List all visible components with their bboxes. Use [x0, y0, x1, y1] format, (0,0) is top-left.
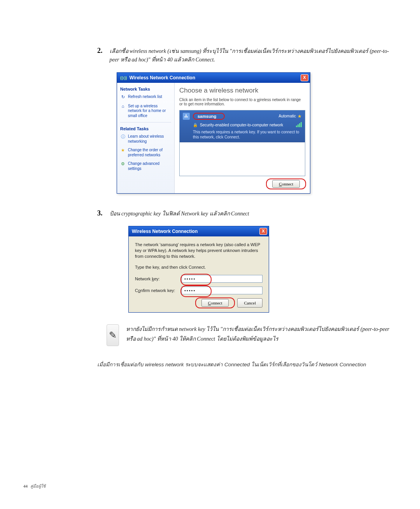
favorite-star-icon: ★ — [298, 114, 302, 119]
lock-icon: 🔒 — [193, 123, 198, 127]
note-text: หากยังไม่มีการกำหนด network key ไว้ใน "ก… — [126, 324, 397, 346]
divider — [120, 122, 171, 122]
connect-label: onnect — [282, 182, 293, 186]
note-block: ✎ หากยังไม่มีการกำหนด network key ไว้ใน … — [107, 324, 397, 346]
key-description: The network 'samsung' requires a network… — [135, 242, 262, 259]
step-2-text: เลือกชื่อ wireless network (เช่น samsung… — [110, 47, 397, 65]
connect-button-2[interactable]: Connect — [201, 299, 229, 307]
type-key-instruction: Type the key, and then click Connect. — [135, 265, 262, 269]
step-3-number: 3. — [97, 209, 103, 217]
setup-label: Set up a wireless network for a home or … — [128, 104, 171, 119]
connect2-highlight: Connect — [196, 298, 234, 308]
network-key-dialog: Wireless Network Connection X The networ… — [128, 226, 269, 313]
info-icon: ⓘ — [120, 134, 126, 140]
cancel-button[interactable]: Cancel — [237, 298, 262, 308]
page-number: 44 — [23, 484, 28, 488]
dialog-title: Wireless Network Connection — [130, 75, 195, 80]
closing-text: เมื่อมีการเชื่อมต่อกับ wireless network … — [97, 360, 397, 369]
confirm-key-label: Confirm network key: — [135, 288, 182, 293]
network-requires-key-text: This network requires a network key. If … — [193, 129, 302, 140]
step-2-number: 2. — [97, 47, 103, 55]
related-tasks-header: Related Tasks — [120, 126, 171, 131]
order-label: Change the order of preferred networks — [128, 148, 171, 157]
learn-wireless-link[interactable]: ⓘ Learn about wireless networking — [120, 134, 171, 144]
footer-label: คู่มือผู้ใช้ — [30, 484, 46, 488]
refresh-network-list-link[interactable]: ↻ Refresh network list — [120, 94, 171, 100]
close-button[interactable]: X — [301, 74, 308, 81]
change-order-link[interactable]: ★ Change the order of preferred networks — [120, 148, 171, 157]
choose-network-sub: Click an item in the list below to conne… — [179, 98, 305, 106]
star-icon: ★ — [120, 148, 126, 153]
choose-network-title: Choose a wireless network — [179, 87, 305, 94]
network-tasks-header: Network Tasks — [120, 87, 171, 91]
titlebar: ((ı)) Wireless Network Connection X — [117, 73, 310, 83]
confirm-key-input[interactable]: ••••• — [182, 287, 262, 294]
network-key-label: Network key: — [135, 276, 182, 281]
signal-strength-icon — [296, 122, 302, 128]
connect-button[interactable]: Connect — [272, 180, 300, 188]
step-3-text: ป้อน cryptographic key ในฟิลด์ Network k… — [110, 210, 249, 218]
wireless-connection-dialog: ((ı)) Wireless Network Connection X Netw… — [117, 72, 310, 194]
security-label: Security-enabled computer-to-computer ne… — [200, 123, 283, 127]
advanced-settings-link[interactable]: ⚙ Change advanced settings — [120, 161, 171, 171]
adhoc-icon: 🖧 — [183, 113, 190, 120]
note-icon: ✎ — [107, 324, 119, 346]
wireless-icon: ((ı)) — [120, 75, 127, 80]
side-panel: Network Tasks ↻ Refresh network list ⌂ S… — [117, 83, 175, 193]
learn-label: Learn about wireless networking — [128, 134, 171, 144]
gear-icon: ⚙ — [120, 161, 126, 167]
network-item-samsung[interactable]: 🖧 samsung Automatic ★ 🔒 Securit — [180, 110, 305, 142]
titlebar-2: Wireless Network Connection X — [129, 226, 269, 236]
dialog2-title: Wireless Network Connection — [132, 229, 198, 234]
setup-icon: ⌂ — [120, 104, 126, 109]
setup-network-link[interactable]: ⌂ Set up a wireless network for a home o… — [120, 104, 171, 119]
connect-highlight: Connect — [267, 179, 305, 189]
network-ssid: samsung — [193, 113, 225, 120]
automatic-label: Automatic — [279, 114, 296, 118]
refresh-icon: ↻ — [120, 94, 126, 100]
close-button-2[interactable]: X — [259, 228, 267, 235]
page-footer: 44 คู่มือผู้ใช้ — [23, 483, 46, 490]
adv-label: Change advanced settings — [128, 161, 171, 171]
network-key-input[interactable]: ••••• — [182, 275, 262, 283]
main-panel: Choose a wireless network Click an item … — [175, 83, 310, 193]
network-list[interactable]: 🖧 samsung Automatic ★ 🔒 Securit — [179, 110, 305, 176]
refresh-label: Refresh network list — [128, 94, 162, 100]
